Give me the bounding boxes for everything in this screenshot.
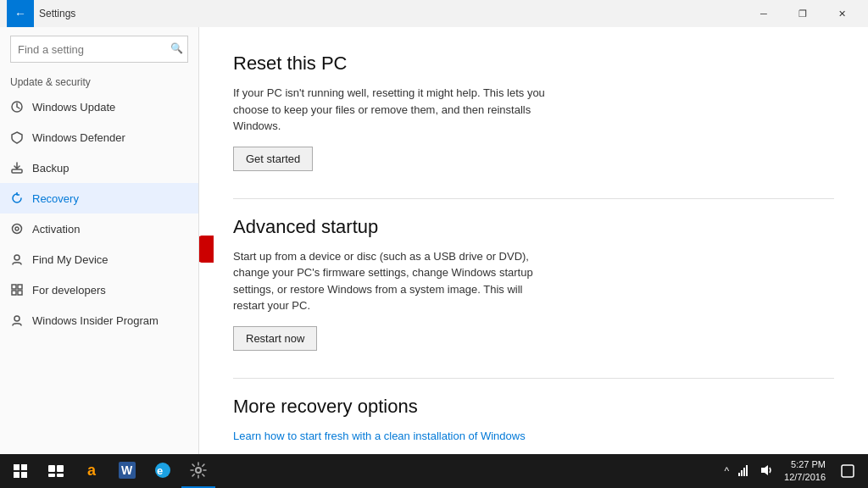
find-device-icon: [10, 252, 24, 266]
sidebar-item-activation[interactable]: Activation: [0, 214, 198, 244]
svg-point-3: [15, 227, 19, 230]
sidebar-item-label-defender: Windows Defender: [32, 131, 125, 144]
sidebar-item-label-developers: For developers: [32, 284, 106, 297]
sidebar-item-find-device[interactable]: Find My Device: [0, 244, 198, 274]
app-body: 🔍 Update & security Windows Update Windo…: [0, 27, 868, 454]
activation-icon: [10, 222, 24, 236]
sidebar-item-label-insider: Windows Insider Program: [32, 314, 159, 327]
sidebar-item-label-activation: Activation: [32, 223, 80, 236]
svg-point-9: [14, 316, 19, 321]
taskbar-clock[interactable]: 5:27 PM 12/7/2016: [779, 458, 831, 485]
svg-rect-16: [48, 465, 55, 472]
network-icon[interactable]: [735, 464, 754, 479]
insider-icon: [10, 313, 24, 327]
svg-rect-28: [746, 465, 748, 476]
title-bar: ← Settings ─ ❐ ✕: [0, 0, 868, 27]
svg-rect-8: [18, 291, 22, 295]
svg-rect-18: [48, 474, 55, 477]
developers-icon: [10, 283, 24, 297]
clock-time: 5:27 PM: [784, 458, 826, 471]
windows-defender-icon: [10, 130, 24, 144]
svg-rect-17: [57, 465, 64, 472]
search-icon[interactable]: 🔍: [170, 42, 183, 54]
sidebar-item-label-backup: Backup: [32, 162, 69, 175]
svg-rect-1: [12, 169, 22, 173]
search-box-container: 🔍: [0, 27, 198, 69]
svg-rect-6: [18, 285, 22, 289]
volume-icon[interactable]: [757, 464, 776, 479]
title-bar-controls: ─ ❐ ✕: [744, 0, 861, 27]
more-options-title: More recovery options: [233, 396, 834, 418]
svg-text:W: W: [121, 463, 133, 477]
search-input[interactable]: [10, 36, 188, 63]
settings-icon: [190, 462, 207, 479]
advanced-section-desc: Start up from a device or disc (such as …: [233, 248, 555, 314]
minimize-button[interactable]: ─: [744, 0, 783, 27]
sidebar-item-label-find-device: Find My Device: [32, 253, 108, 266]
title-bar-title: Settings: [39, 8, 75, 19]
recovery-icon: [10, 191, 24, 205]
taskbar-amazon[interactable]: a: [75, 454, 108, 488]
taskbar-right: ^ 5:27 PM 12/7/2016: [721, 454, 865, 488]
sidebar-item-windows-defender[interactable]: Windows Defender: [0, 122, 198, 152]
svg-rect-7: [12, 291, 16, 295]
get-started-button[interactable]: Get started: [233, 147, 313, 171]
amazon-icon: a: [87, 462, 96, 480]
red-arrow-indicator: [199, 236, 214, 263]
tray-chevron-icon[interactable]: ^: [721, 465, 732, 477]
svg-rect-13: [21, 464, 27, 470]
svg-rect-12: [14, 464, 19, 470]
windows-update-icon: [10, 100, 24, 114]
taskbar: a W e ^: [0, 454, 868, 488]
svg-text:e: e: [157, 464, 163, 477]
svg-marker-29: [761, 465, 768, 475]
sidebar-section-label: Update & security: [0, 69, 198, 92]
svg-rect-27: [743, 468, 745, 476]
sidebar-item-backup[interactable]: Backup: [0, 152, 198, 183]
sidebar: 🔍 Update & security Windows Update Windo…: [0, 27, 199, 454]
svg-rect-15: [21, 472, 27, 478]
sidebar-item-developers[interactable]: For developers: [0, 274, 198, 305]
notification-button[interactable]: [834, 454, 861, 488]
clock-date: 12/7/2016: [784, 471, 826, 484]
svg-rect-19: [57, 474, 64, 477]
reset-section-desc: If your PC isn't running well, resetting…: [233, 85, 555, 135]
browser-icon: e: [154, 462, 171, 479]
divider-2: [233, 378, 834, 379]
sidebar-item-label-windows-update: Windows Update: [32, 101, 115, 114]
sidebar-item-label-recovery: Recovery: [32, 192, 79, 205]
svg-rect-25: [738, 473, 740, 476]
svg-rect-26: [741, 470, 743, 476]
taskbar-browser[interactable]: e: [146, 454, 180, 488]
svg-point-2: [13, 225, 22, 234]
main-panel: Reset this PC If your PC isn't running w…: [199, 27, 868, 454]
title-bar-left: ← Settings: [7, 0, 744, 27]
divider-1: [233, 198, 834, 199]
svg-rect-14: [14, 472, 19, 478]
task-view-button[interactable]: [39, 454, 73, 488]
svg-point-24: [196, 468, 201, 473]
word-icon: W: [119, 462, 136, 479]
start-button[interactable]: [3, 454, 37, 488]
svg-rect-5: [12, 285, 16, 289]
taskbar-word[interactable]: W: [110, 454, 144, 488]
sidebar-item-insider[interactable]: Windows Insider Program: [0, 305, 198, 336]
svg-point-4: [14, 255, 19, 260]
backup-icon: [10, 161, 24, 175]
clean-install-link[interactable]: Learn how to start fresh with a clean in…: [233, 430, 526, 442]
taskbar-settings[interactable]: [181, 454, 215, 488]
advanced-section-title: Advanced startup: [233, 216, 834, 238]
back-button[interactable]: ←: [7, 0, 34, 27]
restart-now-button[interactable]: Restart now: [233, 326, 317, 351]
close-button[interactable]: ✕: [822, 0, 861, 27]
maximize-button[interactable]: ❐: [783, 0, 822, 27]
svg-rect-30: [842, 465, 854, 477]
sidebar-item-recovery[interactable]: Recovery: [0, 183, 198, 214]
sidebar-item-windows-update[interactable]: Windows Update: [0, 92, 198, 122]
reset-section-title: Reset this PC: [233, 53, 834, 75]
taskbar-left: a W e: [3, 454, 215, 488]
